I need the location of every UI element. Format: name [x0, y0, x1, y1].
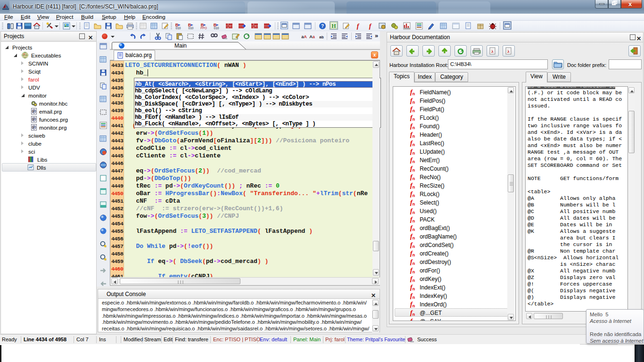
svg-text:λ: λ — [507, 49, 510, 54]
svg-text:f: f — [369, 23, 372, 30]
svg-text:P: P — [33, 125, 35, 130]
svg-text:010: 010 — [214, 26, 219, 30]
svg-text:λ: λ — [491, 49, 494, 54]
svg-text:Main: Main — [174, 42, 187, 49]
svg-text:010: 010 — [176, 26, 181, 30]
svg-text:P: P — [33, 117, 35, 122]
svg-text:?: ? — [321, 24, 324, 29]
svg-text:PPO: PPO — [200, 26, 207, 30]
svg-text:P: P — [33, 109, 35, 114]
svg-text:f: f — [357, 23, 360, 30]
svg-text:010: 010 — [189, 26, 194, 30]
svg-text:H: H — [331, 23, 336, 29]
